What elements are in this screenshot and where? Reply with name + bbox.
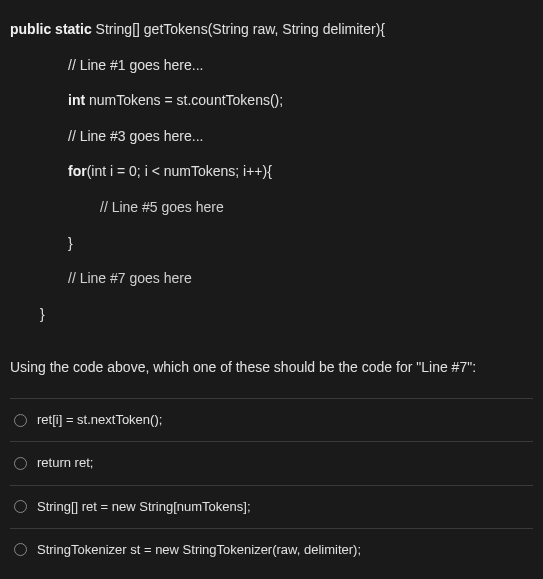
code-text: String[] getTokens(String raw, String de… [96,21,385,37]
code-line-placeholder-3: // Line #3 goes here... [10,119,533,155]
code-line-placeholder-1: // Line #1 goes here... [10,48,533,84]
code-line-signature: public static String[] getTokens(String … [10,12,533,48]
code-block: public static String[] getTokens(String … [10,12,533,332]
option-2[interactable]: return ret; [10,442,533,485]
radio-icon [14,543,27,556]
code-line-placeholder-7: // Line #7 goes here [10,261,533,297]
code-line-declare-numtokens: int numTokens = st.countTokens(); [10,83,533,119]
code-line-close-method: } [10,297,533,333]
code-text: (int i = 0; i < numTokens; i++){ [87,163,272,179]
code-line-placeholder-5: // Line #5 goes here [10,190,533,226]
option-1[interactable]: ret[i] = st.nextToken(); [10,399,533,442]
option-label: return ret; [37,454,93,472]
option-label: StringTokenizer st = new StringTokenizer… [37,541,361,559]
options-list: ret[i] = st.nextToken(); return ret; Str… [10,398,533,571]
code-text: numTokens = st.countTokens(); [89,92,283,108]
keyword: public static [10,21,96,37]
option-4[interactable]: StringTokenizer st = new StringTokenizer… [10,529,533,571]
code-line-for: for(int i = 0; i < numTokens; i++){ [10,154,533,190]
radio-icon [14,414,27,427]
radio-icon [14,500,27,513]
keyword: int [68,92,89,108]
option-label: ret[i] = st.nextToken(); [37,411,162,429]
question-text: Using the code above, which one of these… [10,350,533,398]
option-3[interactable]: String[] ret = new String[numTokens]; [10,486,533,529]
keyword: for [68,163,87,179]
radio-icon [14,457,27,470]
code-line-close-for: } [10,226,533,262]
option-label: String[] ret = new String[numTokens]; [37,498,251,516]
